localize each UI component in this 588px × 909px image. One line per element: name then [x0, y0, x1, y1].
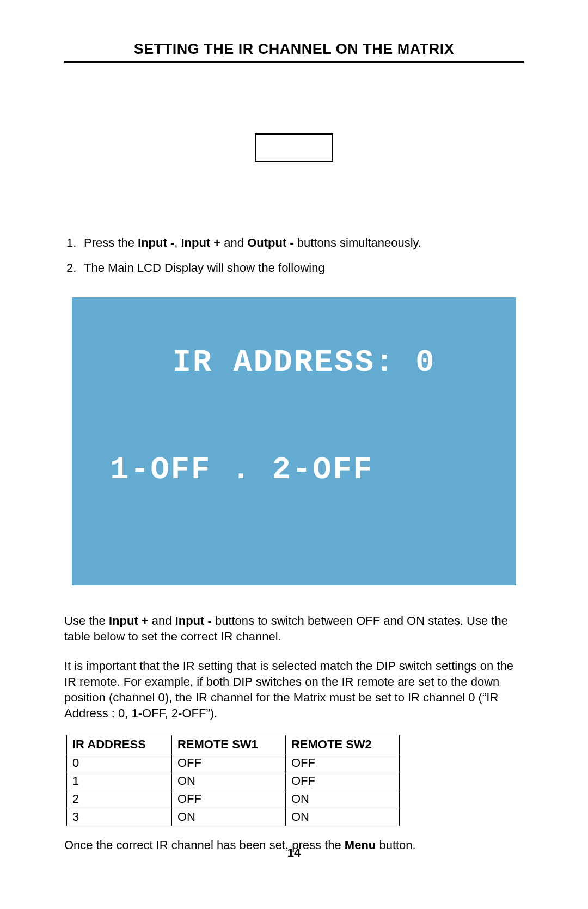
table-header-cell: REMOTE SW1	[171, 735, 285, 754]
paragraph-1: Use the Input + and Input - buttons to s…	[64, 613, 524, 645]
table-cell: ON	[285, 790, 399, 808]
table-cell: 2	[67, 790, 172, 808]
table-header-cell: REMOTE SW2	[285, 735, 399, 754]
table-row: 1ONOFF	[67, 772, 400, 790]
page-number: 14	[0, 846, 588, 860]
table-cell: OFF	[285, 754, 399, 772]
table-header-row: IR ADDRESSREMOTE SW1REMOTE SW2	[67, 735, 400, 754]
bold-term: Input -	[138, 236, 174, 249]
step-item: 2.The Main LCD Display will show the fol…	[64, 260, 524, 276]
step-text: Press the Input -, Input + and Output - …	[84, 235, 524, 251]
lcd-display: IR ADDRESS: 0 1-OFF . 2-OFF	[72, 297, 516, 585]
bold-term: Input -	[175, 614, 212, 627]
lcd-line-1: IR ADDRESS: 0	[173, 345, 436, 380]
bold-term: Input +	[109, 614, 149, 627]
paragraph-2: It is important that the IR setting that…	[64, 658, 524, 722]
manual-page: SETTING THE IR CHANNEL ON THE MATRIX 1.P…	[0, 0, 588, 909]
text: Press the	[84, 236, 138, 249]
steps-list: 1.Press the Input -, Input + and Output …	[64, 235, 524, 276]
text: Use the	[64, 614, 109, 627]
table-row: 0OFFOFF	[67, 754, 400, 772]
table-cell: 3	[67, 808, 172, 826]
table-cell: OFF	[171, 790, 285, 808]
table-row: 3ONON	[67, 808, 400, 826]
table-cell: ON	[285, 808, 399, 826]
table-header-cell: IR ADDRESS	[67, 735, 172, 754]
bold-term: Output -	[247, 236, 294, 249]
page-title: SETTING THE IR CHANNEL ON THE MATRIX	[64, 41, 524, 63]
table-cell: ON	[171, 808, 285, 826]
lcd-line-2: 1-OFF . 2-OFF	[91, 453, 497, 489]
table-cell: 1	[67, 772, 172, 790]
step-item: 1.Press the Input -, Input + and Output …	[64, 235, 524, 251]
text: buttons simultaneously.	[294, 236, 421, 249]
figure-placeholder	[255, 133, 333, 162]
table-cell: OFF	[171, 754, 285, 772]
step-number: 1.	[66, 235, 84, 251]
text: ,	[174, 236, 181, 249]
step-text: The Main LCD Display will show the follo…	[84, 260, 524, 276]
ir-address-table: IR ADDRESSREMOTE SW1REMOTE SW2 0OFFOFF1O…	[66, 735, 400, 826]
step-number: 2.	[66, 260, 84, 276]
table-body: 0OFFOFF1ONOFF2OFFON3ONON	[67, 754, 400, 826]
text: and	[220, 236, 247, 249]
table-row: 2OFFON	[67, 790, 400, 808]
table-cell: ON	[171, 772, 285, 790]
figure-placeholder-wrap	[64, 133, 524, 164]
bold-term: Input +	[181, 236, 220, 249]
table-cell: 0	[67, 754, 172, 772]
text: The Main LCD Display will show the follo…	[84, 261, 325, 274]
text: and	[149, 614, 175, 627]
table-cell: OFF	[285, 772, 399, 790]
